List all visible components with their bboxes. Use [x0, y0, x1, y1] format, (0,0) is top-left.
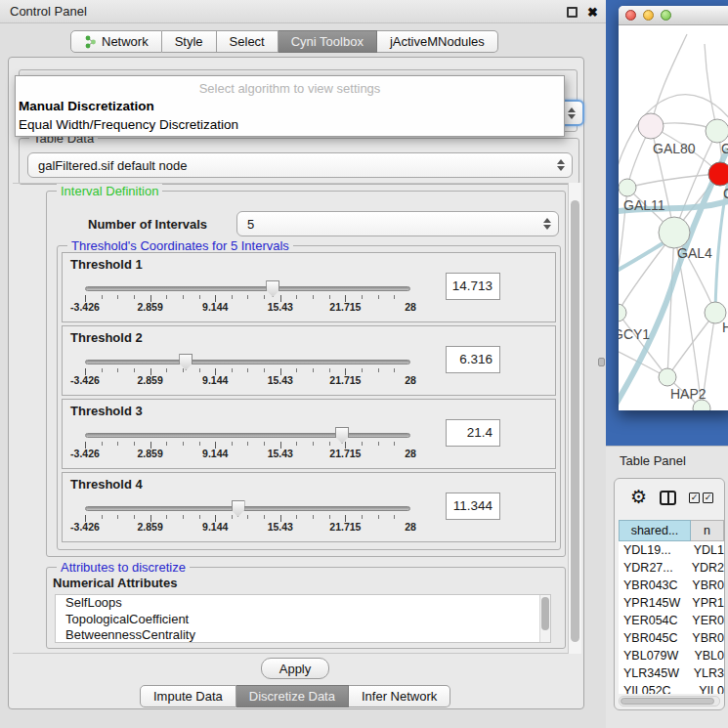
list-item[interactable]: SelfLoops: [56, 595, 550, 612]
close-icon[interactable]: ✖: [587, 7, 598, 18]
threshold-3-value-field[interactable]: 21.4: [446, 419, 500, 447]
column-header-shared-name[interactable]: shared...: [619, 520, 691, 541]
cell[interactable]: YBR043C: [619, 577, 682, 594]
tab-select[interactable]: Select: [217, 30, 278, 53]
node-label: GAL11: [623, 197, 665, 213]
settings-scroll-area: Interval Definition Number of Intervals …: [13, 183, 568, 654]
node-partial-top-right[interactable]: [706, 119, 728, 143]
cell[interactable]: YDR2: [682, 559, 724, 577]
network-canvas[interactable]: GAL80 GA C GAL11 GAL4 GCY1 H HAP2: [619, 26, 728, 410]
apply-button[interactable]: Apply: [261, 658, 329, 679]
network-window[interactable]: GAL80 GA C GAL11 GAL4 GCY1 H HAP2: [619, 6, 728, 410]
cell[interactable]: YPR1: [682, 594, 724, 612]
table-data-combobox[interactable]: galFiltered.sif default node: [27, 152, 573, 178]
tab-impute-data[interactable]: Impute Data: [140, 685, 236, 707]
slider-track[interactable]: [85, 360, 410, 364]
numerical-attributes-list[interactable]: SelfLoops TopologicalCoefficient Between…: [55, 594, 551, 643]
splitter-handle[interactable]: [598, 358, 605, 366]
group-title: Threshold's Coordinates for 5 Intervals: [67, 238, 293, 253]
column-view-icon[interactable]: [660, 491, 676, 505]
threshold-2-value-field[interactable]: 6.316: [446, 346, 500, 373]
node-gcy1[interactable]: [619, 304, 626, 321]
scrollbar-thumb[interactable]: [571, 200, 579, 642]
scrollbar-thumb[interactable]: [541, 597, 549, 630]
node-gal4[interactable]: [659, 217, 690, 248]
slider-track[interactable]: [85, 286, 410, 291]
cell[interactable]: YBR0: [682, 629, 724, 647]
cell[interactable]: YBR045C: [619, 629, 682, 647]
float-window-icon[interactable]: [567, 7, 578, 18]
node-highlighted[interactable]: [708, 162, 728, 186]
table-row[interactable]: YDL19...YDL1: [619, 541, 724, 559]
vertical-scrollbar[interactable]: [568, 183, 581, 654]
cell[interactable]: YDL1: [684, 541, 724, 559]
table-row[interactable]: YIL052CYIL0: [619, 682, 724, 694]
horizontal-scrollbar[interactable]: [619, 696, 720, 707]
threshold-4-slider[interactable]: -3.426 2.859 9.144 15.43 21.715 28: [85, 506, 410, 532]
table-row[interactable]: YPR145WYPR1: [619, 594, 724, 612]
cell[interactable]: YDL19...: [619, 541, 684, 559]
slider-track[interactable]: [85, 433, 410, 438]
cell[interactable]: YER0: [682, 612, 724, 629]
node-gal80[interactable]: [638, 113, 664, 139]
numerical-attributes-label: Numerical Attributes: [53, 576, 177, 590]
checkbox-icon[interactable]: ✓: [703, 492, 713, 503]
node-hap2[interactable]: [659, 368, 676, 386]
cell[interactable]: YLR3: [684, 664, 724, 682]
cell[interactable]: YLR345W: [619, 664, 684, 682]
window-zoom-icon[interactable]: [661, 10, 671, 21]
group-title: Attributes to discretize: [57, 560, 190, 575]
window-minimize-icon[interactable]: [643, 10, 654, 21]
network-window-titlebar[interactable]: [619, 6, 728, 25]
slider-track[interactable]: [85, 506, 410, 511]
dropdown-option-equal-width-frequency[interactable]: Equal Width/Frequency Discretization: [19, 117, 238, 132]
window-close-icon[interactable]: [625, 10, 636, 21]
threshold-3-slider[interactable]: -3.426 2.859 9.144 15.43 21.715 28: [85, 433, 410, 458]
checkbox-icon[interactable]: ✓: [689, 492, 700, 503]
list-item[interactable]: BetweennessCentrality: [56, 627, 550, 643]
tab-style[interactable]: Style: [162, 30, 217, 53]
cell[interactable]: YER054C: [619, 612, 682, 629]
scrollbar-thumb[interactable]: [621, 698, 714, 705]
node-gal11[interactable]: [619, 179, 636, 196]
gear-icon[interactable]: ⚙: [630, 488, 647, 507]
network-view-background: GAL80 GA C GAL11 GAL4 GCY1 H HAP2: [606, 0, 728, 446]
tick-label: 21.715: [329, 374, 361, 386]
cell[interactable]: YIL052C: [619, 682, 689, 694]
tick-label: 21.715: [329, 521, 361, 533]
cell[interactable]: YBL0: [684, 647, 724, 664]
threshold-1-value-field[interactable]: 14.713: [446, 273, 500, 300]
number-of-intervals-combobox[interactable]: 5: [236, 211, 559, 236]
table-row[interactable]: YER054CYER0: [619, 612, 724, 629]
tick-label: 9.144: [202, 374, 228, 386]
dropdown-option-manual-discretization[interactable]: Manual Discretization: [19, 99, 154, 113]
list-item[interactable]: TopologicalCoefficient: [56, 612, 550, 628]
tab-discretize-data[interactable]: Discretize Data: [236, 685, 349, 707]
table-row[interactable]: YDR27...YDR2: [619, 559, 724, 577]
tab-cyni-toolbox[interactable]: Cyni Toolbox: [278, 30, 377, 53]
list-scrollbar[interactable]: [539, 595, 550, 642]
cell[interactable]: YIL0: [689, 682, 724, 694]
node-table: shared... n YDL19...YDL1 YDR27...YDR2 YB…: [619, 520, 724, 694]
table-header-row: shared... n: [619, 520, 724, 541]
column-header-name[interactable]: n: [691, 520, 724, 541]
threshold-2-slider[interactable]: -3.426 2.859 9.144 15.43 21.715 28: [85, 360, 410, 385]
tick-label: 28: [405, 521, 416, 533]
tick-label: -3.426: [70, 521, 100, 533]
threshold-1-slider[interactable]: -3.426 2.859 9.144 15.43 21.715 28: [85, 286, 410, 312]
tick-label: 21.715: [329, 301, 361, 313]
cell[interactable]: YBL079W: [619, 647, 684, 664]
tab-network[interactable]: Network: [70, 30, 162, 53]
cell[interactable]: YBR0: [682, 577, 724, 594]
table-row[interactable]: YBR045CYBR0: [619, 629, 724, 647]
table-row[interactable]: YBR043CYBR0: [619, 577, 724, 594]
table-row[interactable]: YLR345WYLR3: [619, 664, 724, 682]
threshold-label: Threshold 3: [70, 404, 143, 418]
cell[interactable]: YDR27...: [619, 559, 682, 577]
table-row[interactable]: YBL079WYBL0: [619, 647, 724, 664]
tab-jactivemnodules[interactable]: jActiveMNodules: [377, 30, 498, 53]
tick-label: 2.859: [137, 301, 162, 313]
cell[interactable]: YPR145W: [619, 594, 682, 612]
threshold-4-value-field[interactable]: 11.344: [446, 492, 500, 520]
tab-infer-network[interactable]: Infer Network: [349, 685, 450, 707]
